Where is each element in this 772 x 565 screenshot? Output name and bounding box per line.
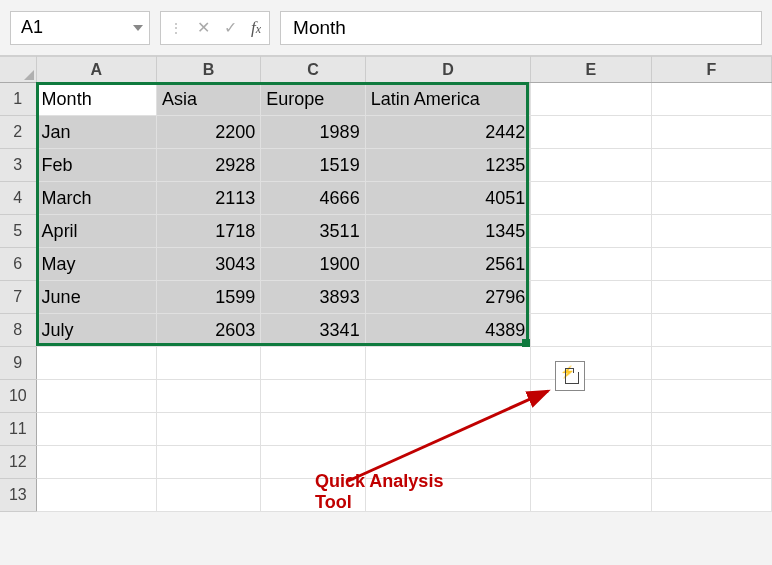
cell-D10[interactable] <box>365 380 531 413</box>
select-all-corner[interactable] <box>0 57 36 83</box>
row-header[interactable]: 4 <box>0 182 36 215</box>
cell-E6[interactable] <box>531 248 651 281</box>
cell-F5[interactable] <box>651 215 771 248</box>
col-header-D[interactable]: D <box>365 57 531 83</box>
cell-A6[interactable]: May <box>36 248 156 281</box>
cell-B10[interactable] <box>156 380 260 413</box>
name-box[interactable]: A1 <box>10 11 150 45</box>
cell-A4[interactable]: March <box>36 182 156 215</box>
row-header[interactable]: 2 <box>0 116 36 149</box>
cell-F6[interactable] <box>651 248 771 281</box>
cell-F10[interactable] <box>651 380 771 413</box>
cell-D9[interactable] <box>365 347 531 380</box>
cell-A12[interactable] <box>36 446 156 479</box>
cell-A8[interactable]: July <box>36 314 156 347</box>
cell-B4[interactable]: 2113 <box>156 182 260 215</box>
cell-E1[interactable] <box>531 83 651 116</box>
cell-D13[interactable] <box>365 479 531 512</box>
cell-A3[interactable]: Feb <box>36 149 156 182</box>
cell-E10[interactable] <box>531 380 651 413</box>
cell-B5[interactable]: 1718 <box>156 215 260 248</box>
cell-D2[interactable]: 2442 <box>365 116 531 149</box>
cell-F8[interactable] <box>651 314 771 347</box>
cell-C12[interactable] <box>261 446 365 479</box>
cell-C6[interactable]: 1900 <box>261 248 365 281</box>
formula-input[interactable]: Month <box>280 11 762 45</box>
cell-F2[interactable] <box>651 116 771 149</box>
cell-D11[interactable] <box>365 413 531 446</box>
row-header[interactable]: 8 <box>0 314 36 347</box>
cell-E11[interactable] <box>531 413 651 446</box>
cell-C7[interactable]: 3893 <box>261 281 365 314</box>
cell-E12[interactable] <box>531 446 651 479</box>
cell-D1[interactable]: Latin America <box>365 83 531 116</box>
cell-E3[interactable] <box>531 149 651 182</box>
row-header[interactable]: 9 <box>0 347 36 380</box>
cell-D4[interactable]: 4051 <box>365 182 531 215</box>
row-header[interactable]: 12 <box>0 446 36 479</box>
fx-icon[interactable]: fx <box>251 18 261 38</box>
cell-A11[interactable] <box>36 413 156 446</box>
cell-E13[interactable] <box>531 479 651 512</box>
cell-A2[interactable]: Jan <box>36 116 156 149</box>
cell-E8[interactable] <box>531 314 651 347</box>
row-header[interactable]: 5 <box>0 215 36 248</box>
cell-C8[interactable]: 3341 <box>261 314 365 347</box>
col-header-A[interactable]: A <box>36 57 156 83</box>
cell-D8[interactable]: 4389 <box>365 314 531 347</box>
cell-C1[interactable]: Europe <box>261 83 365 116</box>
col-header-F[interactable]: F <box>651 57 771 83</box>
col-header-B[interactable]: B <box>156 57 260 83</box>
cell-B11[interactable] <box>156 413 260 446</box>
cell-F13[interactable] <box>651 479 771 512</box>
cell-B7[interactable]: 1599 <box>156 281 260 314</box>
cell-F7[interactable] <box>651 281 771 314</box>
cell-B2[interactable]: 2200 <box>156 116 260 149</box>
cell-B8[interactable]: 2603 <box>156 314 260 347</box>
cell-B9[interactable] <box>156 347 260 380</box>
cell-A10[interactable] <box>36 380 156 413</box>
formula-expand-icon[interactable]: ⋮ <box>169 20 183 36</box>
cell-C2[interactable]: 1989 <box>261 116 365 149</box>
cell-B12[interactable] <box>156 446 260 479</box>
cell-F9[interactable] <box>651 347 771 380</box>
col-header-E[interactable]: E <box>531 57 651 83</box>
cell-E5[interactable] <box>531 215 651 248</box>
cell-F12[interactable] <box>651 446 771 479</box>
cell-A5[interactable]: April <box>36 215 156 248</box>
cell-F11[interactable] <box>651 413 771 446</box>
cell-F4[interactable] <box>651 182 771 215</box>
cell-A9[interactable] <box>36 347 156 380</box>
cell-E4[interactable] <box>531 182 651 215</box>
cell-A1[interactable]: Month <box>36 83 156 116</box>
cell-C9[interactable] <box>261 347 365 380</box>
cell-F3[interactable] <box>651 149 771 182</box>
cell-D5[interactable]: 1345 <box>365 215 531 248</box>
cell-A7[interactable]: June <box>36 281 156 314</box>
cell-A13[interactable] <box>36 479 156 512</box>
cell-D7[interactable]: 2796 <box>365 281 531 314</box>
cell-B1[interactable]: Asia <box>156 83 260 116</box>
row-header[interactable]: 3 <box>0 149 36 182</box>
row-header[interactable]: 6 <box>0 248 36 281</box>
col-header-C[interactable]: C <box>261 57 365 83</box>
cell-F1[interactable] <box>651 83 771 116</box>
row-header[interactable]: 10 <box>0 380 36 413</box>
cell-B6[interactable]: 3043 <box>156 248 260 281</box>
cell-C3[interactable]: 1519 <box>261 149 365 182</box>
cancel-icon[interactable]: ✕ <box>197 18 210 37</box>
row-header[interactable]: 13 <box>0 479 36 512</box>
cell-C10[interactable] <box>261 380 365 413</box>
cell-E7[interactable] <box>531 281 651 314</box>
cell-D3[interactable]: 1235 <box>365 149 531 182</box>
row-header[interactable]: 7 <box>0 281 36 314</box>
quick-analysis-button[interactable]: ⚡ <box>555 361 585 391</box>
cell-B3[interactable]: 2928 <box>156 149 260 182</box>
cell-C4[interactable]: 4666 <box>261 182 365 215</box>
cell-C5[interactable]: 3511 <box>261 215 365 248</box>
cell-E2[interactable] <box>531 116 651 149</box>
row-header[interactable]: 1 <box>0 83 36 116</box>
cell-C11[interactable] <box>261 413 365 446</box>
row-header[interactable]: 11 <box>0 413 36 446</box>
enter-icon[interactable]: ✓ <box>224 18 237 37</box>
